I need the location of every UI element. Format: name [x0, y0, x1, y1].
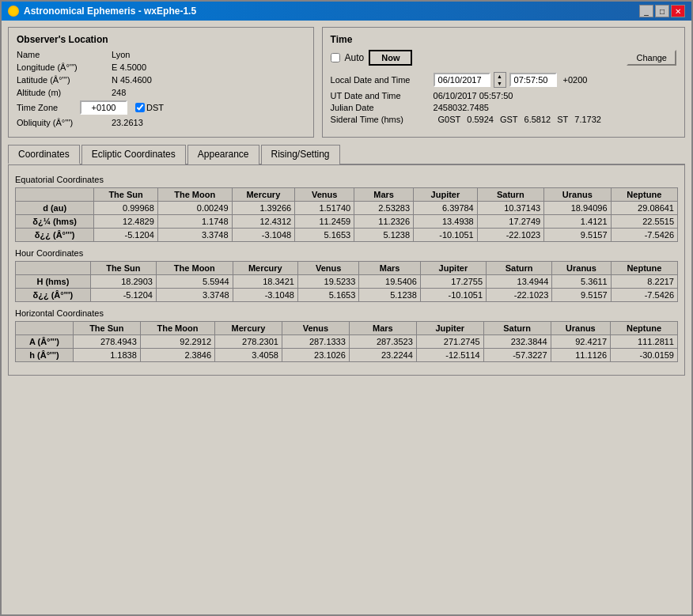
name-row: Name Lyon [17, 50, 305, 59]
table-cell: -3.1048 [232, 229, 295, 242]
longitude-value: E 4.5000 [112, 62, 146, 72]
sideral-items: G0ST 0.5924 GST 6.5812 ST 7.1732 [438, 115, 601, 124]
altitude-row: Altitude (m) 248 [17, 88, 305, 97]
table-cell: 1.4121 [544, 215, 611, 229]
table-cell: 9.5157 [552, 289, 611, 302]
auto-checkbox[interactable] [331, 53, 340, 62]
table-cell: 3.4058 [215, 349, 282, 362]
title-bar-buttons: _ □ ✕ [639, 5, 685, 17]
table-cell: 17.2749 [477, 215, 543, 229]
spin-down[interactable]: ▼ [494, 80, 506, 87]
date-spinner[interactable]: ▲ ▼ [494, 72, 506, 88]
table-cell: δ¿¿ (Â°''') [16, 229, 94, 242]
now-button[interactable]: Now [369, 50, 412, 66]
table-cell: 1.39266 [232, 202, 295, 215]
change-button[interactable]: Change [627, 50, 676, 66]
obliquity-value: 23.2613 [112, 118, 143, 127]
table-cell: 6.39784 [414, 202, 478, 215]
altitude-value: 248 [112, 88, 126, 97]
table-cell: 23.1026 [282, 349, 349, 362]
altitude-label: Altitude (m) [17, 88, 112, 97]
table-cell: 92.2912 [140, 335, 214, 349]
eq-col-6: Jupiter [414, 188, 478, 202]
latitude-row: Latitude (Â°''') N 45.4600 [17, 75, 305, 85]
close-button[interactable]: ✕ [671, 5, 685, 17]
time-panel: Time Auto Now Change Local Date and Time… [322, 27, 685, 138]
table-cell: d (au) [16, 202, 94, 215]
hz-col-8: Uranus [551, 322, 610, 335]
table-cell: -22.1023 [487, 289, 552, 302]
obliquity-row: Obliquity (Â°''') 23.2613 [17, 118, 305, 127]
table-cell: -12.5114 [416, 349, 483, 362]
table-cell: 9.5157 [544, 229, 611, 242]
tab-bar: Coordinates Ecliptic Coordinates Appeara… [8, 144, 685, 165]
name-value: Lyon [112, 50, 130, 59]
hz-col-7: Saturn [483, 322, 551, 335]
hour-section: Hour Coordinates The Sun The Moon Mercur… [15, 248, 678, 302]
table-cell: -5.1204 [90, 289, 156, 302]
table-cell: 232.3844 [483, 335, 551, 349]
table-cell: 2.3846 [140, 349, 214, 362]
eq-col-3: Mercury [232, 188, 295, 202]
app-icon [8, 6, 19, 17]
tab-appearance[interactable]: Appearance [187, 145, 259, 164]
eq-col-5: Mars [354, 188, 414, 202]
table-row: d (au)0.999680.002491.392661.517402.5328… [16, 202, 678, 215]
eq-col-7: Saturn [477, 188, 543, 202]
title-bar-left: Astronomical Ephemeris - wxEphe-1.5 [8, 6, 196, 17]
timezone-label: Time Zone [17, 103, 80, 112]
table-cell: 1.51740 [295, 202, 354, 215]
minimize-button[interactable]: _ [639, 5, 653, 17]
hr-col-5: Mars [359, 262, 420, 275]
tab-rising[interactable]: Rising/Setting [261, 145, 340, 164]
dst-label: DST [135, 103, 164, 112]
top-section: Observer's Location Name Lyon Longitude … [8, 27, 685, 138]
table-cell: 11.2459 [295, 215, 354, 229]
main-window: Astronomical Ephemeris - wxEphe-1.5 _ □ … [0, 0, 693, 616]
tab-coordinates[interactable]: Coordinates [8, 145, 80, 164]
table-cell: -30.0159 [611, 349, 678, 362]
dst-checkbox[interactable] [135, 103, 145, 112]
sideral-label: Sideral Time (hms) [331, 115, 434, 124]
table-cell: 10.37143 [477, 202, 543, 215]
maximize-button[interactable]: □ [655, 5, 669, 17]
hr-col-8: Uranus [552, 262, 611, 275]
horizontal-table: The Sun The Moon Mercury Venus Mars Jupi… [15, 321, 678, 362]
spin-up[interactable]: ▲ [494, 73, 506, 80]
local-time-input[interactable] [509, 73, 557, 87]
auto-label: Auto [345, 52, 365, 63]
local-date-input[interactable] [434, 73, 490, 87]
main-content: Equatorial Coordinates The Sun The Moon … [8, 165, 685, 376]
table-cell: 5.5944 [156, 275, 233, 289]
julian-label: Julian Date [331, 103, 434, 112]
table-cell: A (Â°''') [16, 335, 74, 349]
table-row: δ¿¼ (hms)12.48291.174812.431211.245911.2… [16, 215, 678, 229]
local-datetime-label: Local Date and Time [331, 75, 434, 85]
st-value: 7.1732 [574, 115, 601, 124]
table-cell: 13.4938 [414, 215, 478, 229]
hour-title: Hour Coordinates [15, 248, 678, 258]
ut-label: UT Date and Time [331, 91, 434, 100]
table-cell: -10.1051 [414, 229, 478, 242]
tz-offset: +0200 [563, 75, 588, 85]
location-panel: Observer's Location Name Lyon Longitude … [8, 27, 314, 138]
table-cell: 278.4943 [73, 335, 140, 349]
obliquity-label: Obliquity (Â°''') [17, 118, 112, 127]
table-row: H (hms)18.29035.594418.342119.523319.540… [16, 275, 678, 289]
equatorial-header-row: The Sun The Moon Mercury Venus Mars Jupi… [16, 188, 678, 202]
hr-col-7: Saturn [487, 262, 552, 275]
ut-row: UT Date and Time 06/10/2017 05:57:50 [331, 91, 676, 100]
table-cell: 19.5406 [359, 275, 420, 289]
horizontal-section: Horizontal Coordinates The Sun The Moon … [15, 308, 678, 362]
window-title: Astronomical Ephemeris - wxEphe-1.5 [24, 6, 196, 17]
table-cell: 22.5515 [611, 215, 677, 229]
tab-ecliptic[interactable]: Ecliptic Coordinates [81, 145, 186, 164]
tab-container: Coordinates Ecliptic Coordinates Appeara… [8, 142, 685, 376]
table-cell: 18.2903 [90, 275, 156, 289]
timezone-input[interactable] [80, 100, 127, 115]
table-cell: 29.08641 [611, 202, 677, 215]
eq-col-9: Neptune [611, 188, 677, 202]
eq-col-0 [16, 188, 94, 202]
eq-col-1: The Sun [94, 188, 158, 202]
auto-row: Auto Now Change [331, 50, 676, 66]
